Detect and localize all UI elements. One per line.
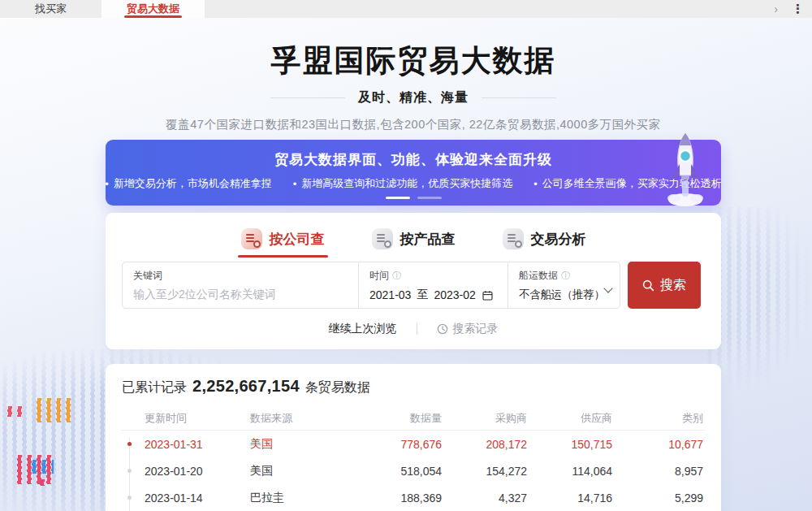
info-icon[interactable]: ⓘ — [561, 270, 571, 282]
time-to: 2023-02 — [434, 288, 475, 301]
bullet-dot-icon: • — [293, 178, 297, 190]
carousel-indicators — [106, 197, 721, 199]
cell-categories: 5,299 — [614, 492, 705, 505]
banner-title: 贸易大数据界面、功能、体验迎来全面升级 — [106, 150, 721, 169]
banner-bullet: • 新增交易分析，市场机会精准拿捏 — [105, 176, 272, 191]
keyword-input[interactable] — [133, 288, 348, 301]
cell-volume: 188,369 — [349, 492, 443, 505]
tab-search-by-product[interactable]: 按产品查 — [372, 228, 456, 258]
stats-total-count: 2,252,667,154 — [192, 377, 300, 396]
page-title: 孚盟国际贸易大数据 — [106, 41, 721, 81]
trade-data-card: 已累计记录 2,252,667,154 条贸易数据 更新时间 数据来源 数据量 … — [106, 364, 721, 511]
tab-trade-analysis[interactable]: 交易分析 — [503, 228, 586, 258]
search-history-link[interactable]: 搜索记录 — [437, 322, 499, 336]
cell-date: 2023-01-14 — [138, 492, 244, 505]
search-card: 按公司查 按产品查 交易分析 关键词 — [106, 213, 721, 349]
info-icon[interactable]: ⓘ — [392, 270, 402, 282]
table-row[interactable]: 2023-01-20 美国 518,054 154,272 114,064 8,… — [122, 457, 705, 484]
time-label-row: 时间 ⓘ — [369, 269, 497, 283]
page-description: 覆盖47个国家进口数据和23国出口数据,包含200个国家, 22亿条贸易数据,4… — [106, 117, 721, 132]
cell-buyers: 208,172 — [443, 438, 529, 451]
cell-source: 美国 — [244, 464, 349, 479]
shipping-label-row: 船运数据 ⓘ — [519, 269, 609, 283]
continue-last-browse-link[interactable]: 继续上次浏览 — [329, 322, 397, 336]
browser-tab-strip: 找买家 贸易大数据 › ⋮ — [0, 0, 812, 18]
search-mode-tabs: 按公司查 按产品查 交易分析 — [106, 228, 721, 258]
subtitle-line-right — [482, 97, 556, 98]
tab-trade-bigdata-label: 贸易大数据 — [127, 2, 179, 16]
table-header-row: 更新时间 数据来源 数据量 采购商 供应商 类别 — [122, 406, 705, 431]
cell-date: 2023-01-20 — [138, 465, 244, 478]
keyword-field-group: 关键词 — [123, 262, 358, 308]
search-button[interactable]: 搜索 — [628, 262, 701, 309]
cell-source: 美国 — [244, 437, 349, 452]
cell-categories: 10,677 — [614, 438, 705, 451]
cell-buyers: 154,272 — [443, 465, 529, 478]
map-highlight-red — [5, 406, 26, 417]
banner-bullet-list: • 新增交易分析，市场机会精准拿捏 • 新增高级查询和过滤功能，优质买家快捷筛选… — [106, 176, 721, 191]
tab-label: 按公司查 — [270, 230, 325, 249]
shipping-field-group[interactable]: 船运数据 ⓘ 不含船运（推荐） — [508, 262, 620, 308]
stats-suffix: 条贸易数据 — [305, 379, 370, 396]
time-from: 2021-03 — [369, 288, 411, 301]
shipping-selected-value: 不含船运（推荐） — [519, 288, 609, 302]
subtitle-line-left — [270, 97, 345, 98]
bullet-dot-icon: • — [533, 178, 538, 190]
banner-bullet-text: 新增高级查询和过滤功能，优质买家快捷筛选 — [301, 176, 512, 191]
stats-prefix: 已累计记录 — [122, 379, 187, 396]
carousel-dash-inactive[interactable] — [417, 197, 442, 199]
tab-find-buyers[interactable]: 找买家 — [0, 0, 102, 18]
time-range-value[interactable]: 2021-03 至 2023-02 — [369, 288, 497, 302]
calendar-icon — [482, 290, 493, 301]
chevron-right-icon[interactable]: › — [774, 0, 778, 18]
timeline-marker — [127, 496, 132, 500]
map-highlight-orange — [34, 398, 71, 422]
keyword-label: 关键词 — [133, 269, 348, 283]
timeline-line — [129, 437, 130, 511]
cell-categories: 8,957 — [614, 465, 705, 478]
tab-label: 交易分析 — [531, 230, 586, 249]
page-subtitle-row: 及时、精准、海量 — [106, 89, 721, 106]
time-to-word: 至 — [417, 288, 428, 302]
col-categories: 类别 — [614, 411, 705, 426]
page-subtitle: 及时、精准、海量 — [358, 89, 469, 106]
table-row[interactable]: 2023-01-31 美国 778,676 208,172 150,715 10… — [122, 431, 705, 457]
clock-icon — [437, 323, 448, 335]
timeline-marker — [127, 469, 132, 473]
tab-trade-bigdata[interactable]: 贸易大数据 — [102, 0, 205, 18]
col-suppliers: 供应商 — [529, 411, 614, 426]
cell-volume: 778,676 — [349, 438, 443, 451]
accumulated-records: 已累计记录 2,252,667,154 条贸易数据 — [122, 377, 705, 396]
col-buyers: 采购商 — [443, 411, 529, 426]
map-highlight-blue — [29, 460, 54, 474]
col-data-volume: 数据量 — [349, 411, 443, 426]
cell-volume: 518,054 — [349, 465, 443, 478]
product-search-icon — [372, 228, 393, 249]
banner-bullet-text: 新增交易分析，市场机会精准拿捏 — [114, 176, 272, 191]
cell-buyers: 4,327 — [443, 492, 529, 505]
cell-date: 2023-01-31 — [138, 438, 244, 451]
tab-search-by-company[interactable]: 按公司查 — [241, 228, 325, 258]
time-field-group[interactable]: 时间 ⓘ 2021-03 至 2023-02 — [359, 262, 508, 308]
bullet-dot-icon: • — [105, 178, 109, 190]
trade-data-table: 更新时间 数据来源 数据量 采购商 供应商 类别 2023-01-31 美国 7… — [122, 406, 705, 511]
kebab-menu-icon[interactable]: ⋮ — [792, 0, 804, 18]
banner-bullet: • 新增高级查询和过滤功能，优质买家快捷筛选 — [293, 176, 513, 191]
hero-section: 孚盟国际贸易大数据 及时、精准、海量 覆盖47个国家进口数据和23国出口数据,包… — [106, 41, 721, 132]
cell-suppliers: 114,064 — [529, 465, 614, 478]
upgrade-banner[interactable]: 贸易大数据界面、功能、体验迎来全面升级 • 新增交易分析，市场机会精准拿捏 • … — [106, 140, 721, 206]
table-row[interactable]: 2023-01-14 巴拉圭 188,369 4,327 14,716 5,29… — [122, 484, 705, 511]
company-search-icon — [241, 228, 262, 249]
search-form: 关键词 时间 ⓘ 2021-03 至 2023-02 — [122, 262, 620, 309]
carousel-dash-active[interactable] — [386, 197, 410, 199]
cell-source: 巴拉圭 — [244, 491, 349, 505]
search-icon — [642, 279, 654, 292]
shipping-label: 船运数据 — [519, 269, 558, 283]
col-update-time: 更新时间 — [138, 411, 244, 426]
search-button-label: 搜索 — [660, 277, 686, 294]
search-history-label: 搜索记录 — [453, 322, 499, 336]
timeline-marker — [127, 442, 132, 446]
rocket-illustration — [663, 130, 708, 208]
secondary-links: 继续上次浏览 搜索记录 — [106, 322, 721, 336]
trade-bigdata-page: 找买家 贸易大数据 › ⋮ 孚盟国际贸易大数据 及时、精准、海量 覆盖47个国家… — [0, 0, 812, 511]
